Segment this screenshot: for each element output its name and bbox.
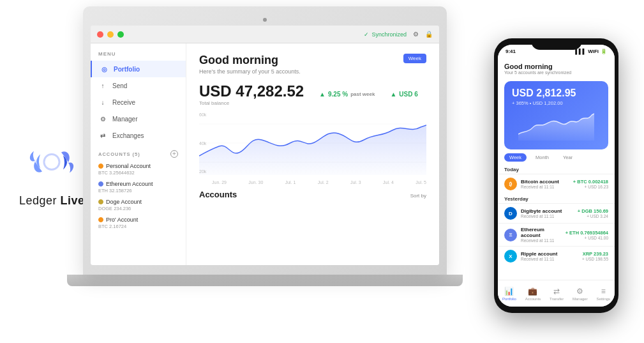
receive-icon: ↓ xyxy=(98,98,107,107)
account-name-doge: Doge Account xyxy=(98,199,178,205)
sidebar-label-receive: Receive xyxy=(112,99,135,106)
sidebar-item-send[interactable]: ↑ Send xyxy=(91,77,186,94)
account-item-pro[interactable]: Pro' Account BTC 2.16724 xyxy=(91,214,186,232)
bitcoin-tx-name: Bitcoin account xyxy=(521,179,569,185)
stat-label-week: past week xyxy=(350,91,375,97)
sidebar-label-exchanges: Exchanges xyxy=(112,132,144,139)
exchanges-icon: ⇄ xyxy=(98,131,107,140)
digibyte-tx-sub: Received at 11:11 xyxy=(521,214,574,218)
accounts-section-title: Accounts xyxy=(199,190,237,199)
battery-icon: 🔋 xyxy=(601,49,607,54)
account-addr-personal: BTC 3.25644632 xyxy=(98,170,178,176)
macbook-wrapper: ✓ Synchronized ⚙ 🔒 MENU ◎ Portfolio xyxy=(83,6,466,319)
period-badge[interactable]: Week xyxy=(403,54,426,63)
camera-bar xyxy=(91,18,439,22)
close-button[interactable] xyxy=(97,31,103,38)
chart-x-jun30: Jun. 30 xyxy=(248,180,263,185)
phone-nav-portfolio[interactable]: 📊 Portfolio xyxy=(502,287,516,301)
macbook-screen: ✓ Synchronized ⚙ 🔒 MENU ◎ Portfolio xyxy=(91,26,439,265)
phone-nav-settings[interactable]: ≡ Settings xyxy=(596,287,610,301)
balance-amount: USD 47,282.52 xyxy=(199,82,304,100)
bitcoin-tx-crypto: + BTC 0.002418 xyxy=(573,179,608,185)
account-addr-ethereum: ETH 32.158726 xyxy=(98,188,178,194)
sidebar-item-manager[interactable]: ⚙ Manager xyxy=(91,111,186,127)
ledger-logo-icon xyxy=(26,136,77,187)
sidebar-item-receive[interactable]: ↓ Receive xyxy=(91,94,186,111)
chart-area: 60k 40k 20k xyxy=(199,111,426,175)
bitcoin-tx-info: Bitcoin account Received at 11:11 xyxy=(521,179,569,189)
account-dot-doge xyxy=(98,199,103,204)
today-label: Today xyxy=(498,164,615,174)
add-account-button[interactable]: + xyxy=(170,150,178,158)
greeting-sub: Here's the summary of your 5 accounts. xyxy=(199,68,301,75)
ripple-tx-name: Ripple account xyxy=(521,251,578,257)
account-addr-pro: BTC 2.16724 xyxy=(98,224,178,229)
accounts-section-header: Accounts Sort by xyxy=(199,190,426,202)
chart-y-40k: 40k xyxy=(199,141,206,146)
maximize-button[interactable] xyxy=(117,31,124,38)
account-item-doge[interactable]: Doge Account DOGE 234.236 xyxy=(91,196,186,214)
settings-icon[interactable]: ⚙ xyxy=(413,31,419,38)
manager-nav-label: Manager xyxy=(573,297,588,301)
app-body: MENU ◎ Portfolio ↑ Send ↓ Receive ⚙ xyxy=(91,43,439,265)
bitcoin-tx-amount: + BTC 0.002418 + USD 16.23 xyxy=(573,179,608,189)
chart-x-jul2: Jul. 2 xyxy=(318,180,329,185)
balance-stat-usd: ▲ USD 6 xyxy=(390,91,417,98)
phone-tab-year[interactable]: Year xyxy=(558,153,578,162)
tx-ethereum[interactable]: Ξ Ethereum account Received at 11:11 + E… xyxy=(498,223,615,246)
phone-tab-month[interactable]: Month xyxy=(530,153,554,162)
tx-digibyte[interactable]: D Digibyte account Received at 11:11 + D… xyxy=(498,203,615,223)
phone-header: Good morning Your 5 accounts are synchro… xyxy=(498,57,615,77)
ripple-tx-fiat: + USD 198.55 xyxy=(582,257,608,261)
phone-content: Good morning Your 5 accounts are synchro… xyxy=(498,57,615,280)
chart-y-labels: 60k 40k 20k xyxy=(199,111,206,175)
sortby-text[interactable]: Sort by xyxy=(410,193,426,199)
phone-wrapper: 9:41 ▌▌▌ WiFi 🔋 Good morning Your 5 acco… xyxy=(494,38,618,313)
main-content: Good morning Here's the summary of your … xyxy=(186,43,439,265)
balance-block: USD 47,282.52 Total balance xyxy=(199,82,304,106)
digibyte-tx-crypto: + DGB 150.69 xyxy=(578,208,608,214)
digibyte-coin-icon: D xyxy=(504,207,517,220)
signal-icon: ▌▌▌ xyxy=(575,49,586,54)
send-icon: ↑ xyxy=(98,81,107,90)
tx-ripple[interactable]: X Ripple account Received at 11:11 XRP 2… xyxy=(498,246,615,266)
settings-nav-icon: ≡ xyxy=(599,287,608,296)
portfolio-nav-label: Portfolio xyxy=(502,297,516,301)
phone-status-right: ▌▌▌ WiFi 🔋 xyxy=(575,49,607,54)
arrow-up-icon: ▲ xyxy=(319,91,326,98)
phone-bottom-nav: 📊 Portfolio 💼 Accounts ⇄ Transfer ⚙ Mana… xyxy=(498,280,615,307)
portfolio-icon: ◎ xyxy=(100,65,109,73)
sidebar-item-portfolio[interactable]: ◎ Portfolio xyxy=(91,61,186,77)
minimize-button[interactable] xyxy=(107,31,114,38)
logo-text: Ledger Live xyxy=(19,194,85,207)
greeting-title: Good morning xyxy=(199,54,301,67)
lock-icon[interactable]: 🔒 xyxy=(425,31,433,38)
tx-bitcoin[interactable]: ₿ Bitcoin account Received at 11:11 + BT… xyxy=(498,174,615,194)
sidebar-item-exchanges[interactable]: ⇄ Exchanges xyxy=(91,127,186,144)
digibyte-tx-fiat: + USD 3.24 xyxy=(578,214,608,218)
phone-tab-week[interactable]: Week xyxy=(504,153,527,162)
chart-y-20k: 20k xyxy=(199,169,206,174)
account-dot-eth xyxy=(98,181,103,187)
account-addr-doge: DOGE 234.236 xyxy=(98,206,178,211)
phone-nav-transfer[interactable]: ⇄ Transfer xyxy=(550,287,564,301)
transfer-nav-icon: ⇄ xyxy=(552,287,561,296)
phone-period-tabs: Week Month Year xyxy=(504,153,608,162)
phone-sub: Your 5 accounts are synchronized xyxy=(504,70,608,75)
ethereum-tx-amount: + ETH 0.769354864 + USD 41.00 xyxy=(565,230,608,240)
app-titlebar: ✓ Synchronized ⚙ 🔒 xyxy=(91,26,439,43)
ethereum-tx-fiat: + USD 41.00 xyxy=(565,236,608,240)
phone-balance-stats: + 365% • USD 1,202.00 xyxy=(512,100,601,106)
accounts-header: ACCOUNTS (5) + xyxy=(91,144,186,160)
phone-time: 9:41 xyxy=(505,49,516,54)
titlebar-right: ✓ Synchronized ⚙ 🔒 xyxy=(364,31,433,38)
ripple-coin-icon: X xyxy=(504,250,517,263)
transfer-nav-label: Transfer xyxy=(550,297,564,301)
main-header: Good morning Here's the summary of your … xyxy=(199,54,426,75)
phone-nav-accounts[interactable]: 💼 Accounts xyxy=(525,287,541,301)
account-item-personal[interactable]: Personal Account BTC 3.25644632 xyxy=(91,160,186,178)
svg-point-0 xyxy=(44,154,59,169)
phone-nav-manager[interactable]: ⚙ Manager xyxy=(573,287,588,301)
ethereum-tx-name: Ethereum account xyxy=(521,227,562,238)
account-item-ethereum[interactable]: Ethereum Account ETH 32.158726 xyxy=(91,178,186,196)
